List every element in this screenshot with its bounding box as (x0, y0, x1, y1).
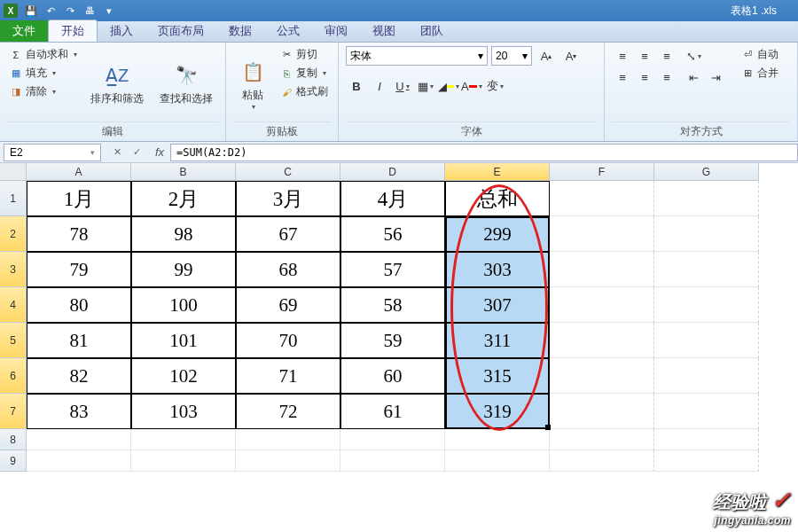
cell-D9[interactable] (340, 450, 445, 472)
bold-button[interactable]: B (346, 76, 367, 96)
cell-G1[interactable] (654, 181, 759, 216)
cell-C3[interactable]: 68 (236, 252, 340, 287)
cell-F2[interactable] (550, 216, 654, 252)
cell-F8[interactable] (550, 429, 654, 450)
cell-G7[interactable] (654, 394, 759, 429)
paste-button[interactable]: 📋 粘贴 (233, 46, 272, 121)
row-header-6[interactable]: 6 (0, 358, 27, 394)
cell-E7[interactable]: 319 (445, 394, 550, 429)
cell-D3[interactable]: 57 (340, 252, 445, 287)
fill-button[interactable]: ▦填充 (7, 65, 80, 82)
autosum-button[interactable]: Σ自动求和 (7, 46, 80, 63)
cell-A4[interactable]: 80 (27, 287, 131, 323)
col-header-F[interactable]: F (550, 163, 654, 181)
cell-G5[interactable] (654, 323, 759, 358)
phonetic-button[interactable]: 变 (484, 76, 505, 96)
row-header-5[interactable]: 5 (0, 323, 27, 358)
save-icon[interactable]: 💾 (23, 3, 39, 19)
cell-A1[interactable]: 1月 (27, 181, 131, 216)
font-name-combo[interactable]: 宋体▾ (346, 46, 488, 66)
col-header-G[interactable]: G (654, 163, 759, 181)
col-header-B[interactable]: B (131, 163, 236, 181)
redo-icon[interactable]: ↷ (62, 3, 78, 19)
cell-G2[interactable] (654, 216, 759, 252)
cell-B9[interactable] (131, 450, 236, 472)
select-all-corner[interactable] (0, 163, 27, 181)
cell-A5[interactable]: 81 (27, 323, 131, 358)
cell-C1[interactable]: 3月 (236, 181, 340, 216)
cell-A3[interactable]: 79 (27, 252, 131, 287)
increase-indent-button[interactable]: ⇥ (705, 67, 726, 87)
cut-button[interactable]: ✂剪切 (278, 46, 331, 63)
font-color-button[interactable]: A (461, 76, 482, 96)
cell-E6[interactable]: 315 (445, 358, 550, 394)
cell-F7[interactable] (550, 394, 654, 429)
tab-team[interactable]: 团队 (408, 20, 456, 42)
col-header-E[interactable]: E (445, 163, 550, 181)
border-button[interactable]: ▦ (415, 76, 436, 96)
cell-A2[interactable]: 78 (27, 216, 131, 252)
decrease-indent-button[interactable]: ⇤ (683, 67, 704, 87)
fx-icon[interactable]: fx (149, 145, 170, 159)
cell-A7[interactable]: 83 (27, 394, 131, 429)
cell-G3[interactable] (654, 252, 759, 287)
cell-C7[interactable]: 72 (236, 394, 340, 429)
copy-button[interactable]: ⎘复制 (278, 65, 331, 82)
cancel-formula-button[interactable]: ✕ (108, 144, 126, 161)
cell-B6[interactable]: 102 (131, 358, 236, 394)
fill-color-button[interactable]: ◢ (438, 76, 459, 96)
cell-E4[interactable]: 307 (445, 287, 550, 323)
cell-B2[interactable]: 98 (131, 216, 236, 252)
underline-button[interactable]: U (392, 76, 413, 96)
cell-A9[interactable] (27, 450, 131, 472)
align-center-button[interactable]: ≡ (634, 67, 655, 87)
col-header-C[interactable]: C (236, 163, 340, 181)
cell-E3[interactable]: 303 (445, 252, 550, 287)
cell-B3[interactable]: 99 (131, 252, 236, 287)
cell-A8[interactable] (27, 429, 131, 450)
cell-D2[interactable]: 56 (340, 216, 445, 252)
orientation-button[interactable]: ⤡ (683, 46, 704, 66)
align-bottom-button[interactable]: ≡ (656, 46, 677, 66)
cell-G9[interactable] (654, 450, 759, 472)
cell-A6[interactable]: 82 (27, 358, 131, 394)
enter-formula-button[interactable]: ✓ (128, 144, 145, 161)
cell-C6[interactable]: 71 (236, 358, 340, 394)
col-header-D[interactable]: D (340, 163, 445, 181)
row-header-2[interactable]: 2 (0, 216, 27, 252)
tab-review[interactable]: 审阅 (312, 20, 360, 42)
cell-B4[interactable]: 100 (131, 287, 236, 323)
cell-C4[interactable]: 69 (236, 287, 340, 323)
row-header-7[interactable]: 7 (0, 394, 27, 429)
merge-cells-button[interactable]: ⊞合并 (739, 65, 781, 82)
cell-B7[interactable]: 103 (131, 394, 236, 429)
cell-C9[interactable] (236, 450, 340, 472)
cell-D7[interactable]: 61 (340, 394, 445, 429)
cell-E5[interactable]: 311 (445, 323, 550, 358)
spreadsheet[interactable]: A B C D E F G 123456789 1月2月3月4月总和789867… (0, 163, 798, 532)
tab-home[interactable]: 开始 (48, 20, 98, 42)
print-icon[interactable]: 🖶 (82, 3, 98, 19)
tab-insert[interactable]: 插入 (98, 20, 145, 42)
cell-F5[interactable] (550, 323, 654, 358)
clear-button[interactable]: ◨清除 (7, 83, 80, 100)
cell-B5[interactable]: 101 (131, 323, 236, 358)
tab-formulas[interactable]: 公式 (264, 20, 312, 42)
cell-F4[interactable] (550, 287, 654, 323)
row-header-4[interactable]: 4 (0, 287, 27, 323)
sort-filter-button[interactable]: A̲Z 排序和筛选 (85, 46, 149, 121)
italic-button[interactable]: I (369, 76, 390, 96)
formula-input[interactable]: =SUM(A2:D2) (170, 144, 798, 161)
name-box[interactable]: E2▾ (4, 144, 101, 161)
increase-font-button[interactable]: A▴ (536, 46, 557, 66)
align-top-button[interactable]: ≡ (612, 46, 633, 66)
cell-G6[interactable] (654, 358, 759, 394)
cell-C5[interactable]: 70 (236, 323, 340, 358)
cell-E8[interactable] (445, 429, 550, 450)
cell-G4[interactable] (654, 287, 759, 323)
cell-D6[interactable]: 60 (340, 358, 445, 394)
row-header-1[interactable]: 1 (0, 181, 27, 216)
undo-icon[interactable]: ↶ (43, 3, 59, 19)
cell-B1[interactable]: 2月 (131, 181, 236, 216)
cell-F1[interactable] (550, 181, 654, 216)
